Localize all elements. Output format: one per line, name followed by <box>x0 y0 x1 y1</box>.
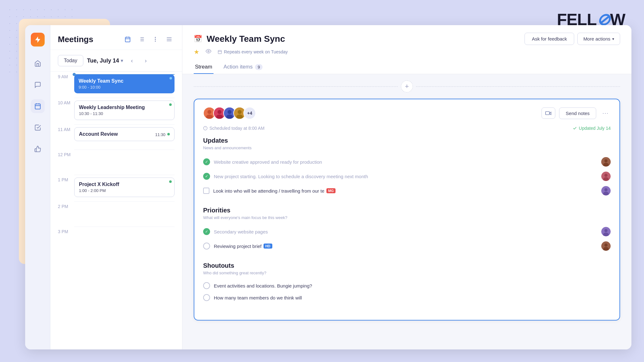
sidebar-icon-home[interactable] <box>31 57 45 70</box>
empty-circle-3[interactable] <box>203 294 210 301</box>
svg-point-33 <box>238 110 242 114</box>
send-notes-button[interactable]: Send notes <box>559 107 596 119</box>
shoutout-text-1: Event activities and locations. Bungie j… <box>214 283 312 288</box>
prev-week-button[interactable]: ‹ <box>127 56 137 66</box>
time-slot-12pm: 12 PM <box>58 150 175 175</box>
ask-feedback-button[interactable]: Ask for feedback <box>525 33 574 45</box>
tab-stream[interactable]: Stream <box>194 61 214 74</box>
check-icon-1: ✓ <box>203 158 210 165</box>
svg-point-52 <box>604 244 608 247</box>
more-actions-button[interactable]: More actions ▾ <box>577 33 620 45</box>
shoutouts-title: Shoutouts <box>203 262 611 269</box>
svg-rect-4 <box>125 37 130 42</box>
video-button[interactable] <box>541 107 555 119</box>
next-week-button[interactable]: › <box>141 56 151 66</box>
repeat-info: Repeats every week on Tuesday <box>218 49 288 54</box>
meetings-header: Meetings <box>50 25 182 50</box>
time-slot-3pm: 3 PM <box>58 227 175 252</box>
meeting-card-weekly-team-sync[interactable]: Weekly Team Sync 9:00 - 10:00 <box>74 74 175 93</box>
date-display: Tue, July 14 ▾ <box>87 58 123 64</box>
watch-icon[interactable] <box>206 48 211 56</box>
stream-card: +4 Send notes ⋯ <box>194 99 620 321</box>
priorities-subtitle: What will everyone's main focus be this … <box>203 215 611 220</box>
priority-item-2: Reviewing project brief HD <box>203 239 611 253</box>
detail-tabs: Stream Action items 9 <box>194 61 620 74</box>
scheduled-text: Scheduled today at 8:00 AM <box>209 126 264 131</box>
svg-rect-35 <box>546 112 550 115</box>
meeting-card-leadership[interactable]: Weekly Leadership Meeting 10:30 - 11:30 <box>74 101 175 120</box>
meetings-title: Meetings <box>58 35 93 44</box>
sidebar-icon-tasks[interactable] <box>31 121 45 134</box>
svg-point-43 <box>604 174 608 177</box>
time-slot-1pm: 1 PM Project X Kickoff 1:00 - 2:00 PM <box>58 175 175 201</box>
add-row: + <box>194 80 620 92</box>
meetings-header-actions <box>122 34 175 45</box>
calendar-nav: Today Tue, July 14 ▾ ‹ › <box>50 50 182 72</box>
sidebar-icon-chat[interactable] <box>31 78 45 92</box>
svg-point-16 <box>155 41 156 41</box>
detail-title: Weekly Team Sync <box>207 34 285 44</box>
date-dropdown-icon[interactable]: ▾ <box>121 58 123 63</box>
checkbox-1[interactable] <box>203 188 209 194</box>
svg-point-27 <box>218 110 222 114</box>
sidebar-icon-feedback[interactable] <box>31 142 45 156</box>
update-text-1: Website creative approved and ready for … <box>214 159 322 165</box>
tab-action-items[interactable]: Action items 9 <box>222 61 264 74</box>
time-slot-2pm: 2 PM <box>58 201 175 227</box>
time-slot-11am: 11 AM Account Review 11:30 <box>58 124 175 150</box>
shoutout-item-1: Event activities and locations. Bungie j… <box>203 280 611 292</box>
calendar-view-button[interactable] <box>122 34 133 45</box>
svg-point-40 <box>604 159 608 162</box>
list-view-button[interactable] <box>136 34 147 45</box>
priorities-title: Priorities <box>203 207 611 214</box>
meeting-card-account-review[interactable]: Account Review 11:30 <box>74 127 175 141</box>
svg-rect-0 <box>35 104 40 109</box>
svg-point-46 <box>604 188 608 191</box>
shoutouts-subtitle: Who did something great recently? <box>203 271 611 275</box>
update-text-2: New project starting. Looking to schedul… <box>214 174 368 179</box>
item-avatar-2 <box>601 172 611 181</box>
item-avatar-5 <box>601 241 611 251</box>
sidebar-icon-calendar[interactable] <box>31 99 45 113</box>
svg-point-24 <box>208 110 212 114</box>
detail-actions: Ask for feedback More actions ▾ <box>525 33 620 45</box>
more-options-button[interactable] <box>150 34 161 45</box>
section-shoutouts: Shoutouts Who did something great recent… <box>203 262 611 304</box>
meeting-calendar-icon: 📅 <box>194 35 202 43</box>
attendees-avatars: +4 <box>203 107 256 119</box>
today-button[interactable]: Today <box>58 55 83 66</box>
meeting-card-project-x[interactable]: Project X Kickoff 1:00 - 2:00 PM <box>74 178 175 197</box>
detail-header: 📅 Weekly Team Sync Ask for feedback More… <box>182 25 631 74</box>
item-avatar-3 <box>601 186 611 195</box>
svg-point-49 <box>604 229 608 232</box>
meetings-panel: Meetings <box>50 25 182 349</box>
avatar-count[interactable]: +4 <box>243 107 256 119</box>
item-avatar-1 <box>601 157 611 167</box>
stream-content: + <box>182 74 631 349</box>
empty-circle-1[interactable] <box>203 243 210 250</box>
add-section-button[interactable]: + <box>401 80 413 92</box>
time-slot-9am: 9 AM Weekly Team Sync 9:00 - 10:00 <box>58 72 175 98</box>
attendees-row: +4 Send notes ⋯ <box>203 107 611 119</box>
section-updates: Updates News and announcements ✓ Website… <box>203 137 611 198</box>
detail-meta-row: ★ Repeats every week on Tuesday <box>194 48 620 56</box>
hd-tag: HD <box>264 244 272 249</box>
more-options-button[interactable]: ⋯ <box>600 108 611 118</box>
main-content: 📅 Weekly Team Sync Ask for feedback More… <box>182 25 631 349</box>
update-item-1: ✓ Website creative approved and ready fo… <box>203 155 611 169</box>
timeline: 9 AM Weekly Team Sync 9:00 - 10:00 <box>50 72 182 349</box>
stream-card-actions: Send notes ⋯ <box>541 107 611 119</box>
svg-point-20 <box>208 50 209 52</box>
star-icon[interactable]: ★ <box>194 48 199 56</box>
empty-circle-2[interactable] <box>203 282 210 289</box>
action-items-badge: 9 <box>255 64 262 70</box>
svg-point-15 <box>155 39 156 40</box>
update-item-2: ✓ New project starting. Looking to sched… <box>203 169 611 184</box>
expand-button[interactable] <box>164 34 175 45</box>
check-icon-3: ✓ <box>203 228 210 235</box>
section-priorities: Priorities What will everyone's main foc… <box>203 207 611 253</box>
update-item-3: Look into who will be attending / travel… <box>203 184 611 198</box>
priority-text-2: Reviewing project brief HD <box>214 244 272 249</box>
item-avatar-4 <box>601 227 611 236</box>
sidebar <box>25 25 50 349</box>
